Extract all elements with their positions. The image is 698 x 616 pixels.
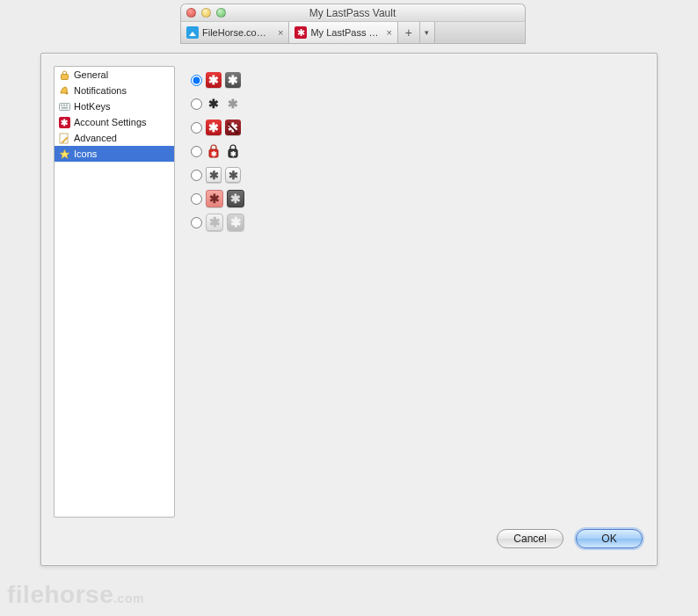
sidebar-item-general[interactable]: General — [55, 67, 174, 83]
asterisk-dim-icon: ✱ — [225, 96, 241, 112]
svg-rect-4 — [63, 105, 65, 106]
asterisk-black-icon: ✱ — [206, 96, 222, 112]
minimize-window-button[interactable] — [201, 8, 211, 18]
icon-option-radio[interactable] — [191, 146, 202, 157]
asterisk-grey-icon: ✱ — [225, 72, 241, 88]
icon-option-pinkgray[interactable]: ✱ ✱ — [191, 188, 644, 209]
svg-rect-2 — [59, 103, 69, 110]
svg-rect-5 — [66, 105, 68, 106]
lock-icon — [58, 69, 70, 81]
new-tab-button[interactable]: + — [398, 22, 420, 43]
close-tab-icon[interactable]: × — [278, 27, 283, 38]
window-title: My LastPass Vault — [226, 7, 479, 19]
sidebar-item-label: Account Settings — [74, 117, 147, 127]
preferences-dialog: General Notifications HotKeys ✱ Account … — [40, 53, 658, 566]
svg-rect-3 — [61, 105, 62, 106]
sidebar-item-label: General — [74, 69, 108, 80]
ok-button-label: OK — [601, 533, 616, 545]
padlock-red-icon: ✱ — [206, 143, 222, 159]
sidebar-item-advanced[interactable]: Advanced — [55, 130, 174, 146]
svg-rect-6 — [62, 107, 68, 109]
watermark: filehorse.com — [7, 581, 144, 609]
asterisk-slashed-icon: ✱ — [225, 120, 241, 135]
svg-text:✱: ✱ — [230, 150, 236, 158]
icon-option-radio[interactable] — [191, 217, 202, 228]
tab-list-dropdown[interactable]: ▾ — [420, 22, 435, 43]
traffic-lights — [186, 8, 226, 18]
close-tab-icon[interactable]: × — [386, 27, 391, 38]
pencil-icon — [58, 132, 70, 144]
padlock-dark-icon: ✱ — [225, 143, 241, 159]
icon-option-padlock[interactable]: ✱ ✱ — [191, 141, 644, 162]
icon-option-disabled[interactable]: ✱ ✱ — [191, 212, 644, 233]
icon-option-radio[interactable] — [191, 98, 202, 110]
lastpass-icon: ✱ — [58, 116, 70, 128]
sidebar-item-icons[interactable]: Icons — [55, 146, 174, 162]
svg-point-1 — [65, 91, 68, 94]
icon-option-radio[interactable] — [191, 193, 202, 205]
icon-option-plain[interactable]: ✱ ✱ — [191, 93, 644, 114]
sidebar-item-label: Advanced — [74, 133, 117, 143]
asterisk-pink-icon: ✱ — [206, 190, 223, 207]
watermark-text: filehorse — [7, 581, 113, 608]
zoom-window-button[interactable] — [216, 8, 226, 18]
icon-option-radio[interactable] — [191, 122, 202, 134]
icon-option-slash[interactable]: ✱ ✱ — [191, 117, 644, 138]
asterisk-med-gray-icon: ✱ — [227, 214, 244, 231]
window-titlebar: My LastPass Vault — [180, 4, 526, 21]
svg-marker-8 — [60, 149, 69, 159]
filehorse-favicon-icon — [186, 26, 199, 39]
asterisk-red-icon: ✱ — [206, 120, 222, 135]
browser-tab-label: My LastPass V... — [310, 27, 381, 38]
sidebar-item-notifications[interactable]: Notifications — [55, 83, 174, 98]
lastpass-favicon-icon: ✱ — [294, 26, 307, 39]
asterisk-red-icon: ✱ — [206, 72, 222, 88]
cancel-button[interactable]: Cancel — [497, 529, 563, 548]
sidebar-item-hotkeys[interactable]: HotKeys — [55, 98, 174, 114]
close-window-button[interactable] — [186, 8, 196, 18]
sidebar-item-label: Icons — [74, 149, 97, 159]
svg-text:✱: ✱ — [211, 150, 217, 158]
svg-rect-0 — [61, 74, 68, 79]
watermark-suffix: .com — [113, 591, 144, 605]
browser-tab-bar: FileHorse.com... × ✱ My LastPass V... × … — [180, 21, 526, 44]
bell-icon — [58, 84, 70, 97]
ok-button[interactable]: OK — [576, 529, 643, 548]
asterisk-light-gray-icon: ✱ — [206, 214, 223, 231]
star-icon — [58, 148, 70, 160]
asterisk-button-icon: ✱ — [206, 167, 222, 183]
browser-tab-filehorse[interactable]: FileHorse.com... × — [181, 22, 289, 43]
asterisk-button-round-icon: ✱ — [225, 167, 241, 183]
icon-option-radio[interactable] — [191, 170, 202, 181]
cancel-button-label: Cancel — [513, 533, 546, 545]
sidebar-item-account-settings[interactable]: ✱ Account Settings — [55, 114, 174, 130]
asterisk-dark-icon: ✱ — [227, 190, 244, 207]
icon-option-classic[interactable]: ✱ ✱ — [191, 69, 644, 91]
browser-chrome: My LastPass Vault FileHorse.com... × ✱ M… — [180, 4, 526, 49]
keyboard-icon — [58, 100, 70, 112]
icons-pane: ✱ ✱ ✱ ✱ ✱ ✱ ✱ ✱ — [187, 66, 644, 518]
preferences-sidebar: General Notifications HotKeys ✱ Account … — [54, 66, 175, 518]
icon-option-button[interactable]: ✱ ✱ — [191, 164, 644, 185]
icon-option-radio[interactable] — [191, 75, 202, 86]
browser-tab-lastpass[interactable]: ✱ My LastPass V... × — [289, 22, 397, 43]
sidebar-item-label: Notifications — [74, 85, 127, 96]
sidebar-item-label: HotKeys — [74, 101, 111, 112]
browser-tab-label: FileHorse.com... — [202, 27, 273, 38]
dialog-footer: Cancel OK — [41, 518, 657, 565]
